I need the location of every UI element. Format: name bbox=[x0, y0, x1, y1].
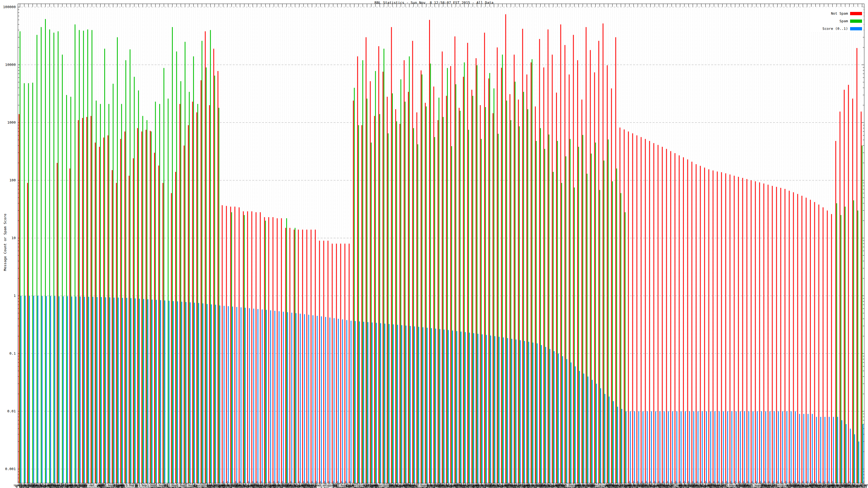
svg-text:0.001: 0.001 bbox=[5, 467, 16, 471]
svg-text:Score (0..1): Score (0..1) bbox=[823, 27, 848, 31]
svg-text:1: 1 bbox=[13, 294, 16, 298]
svg-text:100: 100 bbox=[9, 178, 16, 182]
svg-text:10: 10 bbox=[11, 236, 16, 240]
svg-text:1000: 1000 bbox=[7, 120, 16, 124]
rbl-statistics-chart: RBL Statistics - Sun Nov 8 12:58:07 EST … bbox=[0, 0, 868, 488]
svg-text:0.1: 0.1 bbox=[9, 351, 16, 355]
svg-text:0.01: 0.01 bbox=[7, 409, 16, 413]
svg-text:Not Spam: Not Spam bbox=[831, 11, 848, 15]
svg-text:Spam: Spam bbox=[839, 19, 848, 23]
svg-text:10000: 10000 bbox=[5, 63, 16, 67]
svg-text:100000: 100000 bbox=[3, 5, 16, 9]
plot-area: 1000001000010001001010.10.010.001Not Spa… bbox=[0, 0, 868, 488]
